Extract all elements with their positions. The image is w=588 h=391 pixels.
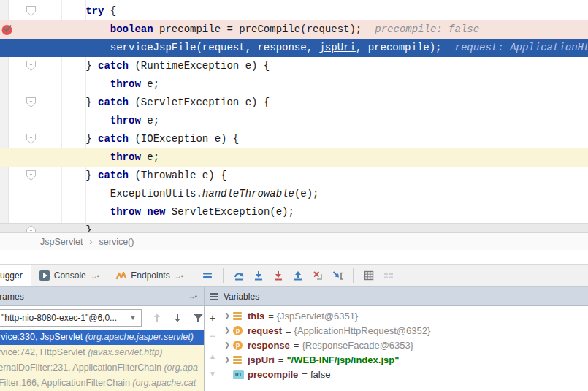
variables-panel: + − ▲ ▼ ❯this={JspServlet@6351}❯prequest…: [205, 306, 588, 391]
tab-console-label: Console: [54, 270, 86, 281]
code-line[interactable]: throw e;: [0, 75, 588, 94]
chevron-down-icon: ▼: [129, 310, 137, 326]
console-icon: [39, 270, 50, 281]
variable-row[interactable]: ❯jspUri="/WEB-INF/jsp/index.jsp": [221, 352, 588, 367]
code-line[interactable]: boolean precompile = preCompile(request)…: [0, 20, 588, 39]
expand-chevron-icon[interactable]: ❯: [221, 327, 233, 334]
move-up-button[interactable]: ▲: [205, 349, 221, 363]
frames-title: Frames: [0, 292, 24, 302]
frames-panel: "http-nio-8080-exec-1"@6,0... ▼ service:…: [0, 306, 204, 391]
force-step-into-icon[interactable]: [272, 269, 285, 282]
variable-row[interactable]: 01precompile=false: [221, 367, 588, 381]
variables-menu-icon[interactable]: [210, 292, 218, 302]
code-line[interactable]: throw new ServletException(e);: [0, 203, 588, 221]
filter-icon[interactable]: [191, 311, 204, 324]
tab-endpoints[interactable]: Endpoints →▪: [107, 265, 191, 286]
toolbar-separator: [353, 268, 354, 283]
variable-row[interactable]: ❯prequest={ApplicationHttpRequest@6352}: [221, 323, 588, 338]
drop-frame-icon[interactable]: [311, 269, 324, 282]
add-watch-button[interactable]: +: [205, 310, 221, 324]
debug-tab-bar: Debugger Console →▪ Endpoints →▪: [0, 264, 588, 287]
variable-name: this: [248, 311, 264, 322]
restore-layout-icon[interactable]: →▪: [188, 292, 196, 300]
step-over-icon[interactable]: [232, 269, 245, 282]
code-line[interactable]: ExceptionUtils.handleThrowable(e);: [0, 185, 588, 203]
value-icon: [233, 312, 242, 320]
code-line[interactable]: serviceJspFile(request, response, jspUri…: [0, 39, 588, 57]
code-line[interactable]: }: [0, 221, 588, 232]
variables-tree: ❯this={JspServlet@6351}❯prequest={Applic…: [221, 308, 588, 381]
frame-up-icon[interactable]: [150, 311, 164, 324]
remove-watch-button[interactable]: −: [205, 328, 221, 343]
breadcrumb-method[interactable]: service(): [99, 237, 134, 247]
debug-stepping-toolbar: [191, 265, 395, 286]
show-execution-point-icon[interactable]: [201, 269, 214, 282]
variable-row[interactable]: ❯this={JspServlet@6351}: [221, 308, 588, 323]
code-line[interactable]: try {: [0, 2, 588, 20]
ide-window: try {boolean precompile = preCompile(req…: [0, 0, 588, 391]
variables-panel-header: Variables: [205, 287, 588, 306]
step-out-icon[interactable]: [291, 269, 305, 282]
run-to-cursor-icon[interactable]: [331, 269, 344, 282]
variable-name: precompile: [248, 369, 298, 380]
variable-name: jspUri: [248, 354, 275, 365]
variable-value: {JspServlet@6351}: [277, 311, 359, 322]
toolbar-separator: [223, 268, 224, 283]
endpoints-icon: [115, 270, 126, 281]
parameter-icon: p: [233, 341, 243, 350]
inline-debugger-hint: precompile: false: [375, 23, 479, 35]
move-down-button[interactable]: ▼: [205, 366, 221, 381]
frames-panel-header: Frames →▪: [0, 287, 204, 306]
code-lines: try {boolean precompile = preCompile(req…: [0, 2, 588, 232]
evaluate-expression-icon[interactable]: [362, 269, 375, 282]
frame-down-icon[interactable]: [171, 311, 184, 324]
inline-debugger-hint: request: ApplicationHttpRe: [455, 42, 588, 53]
variable-value: false: [310, 369, 330, 380]
variables-side-toolbar: + − ▲ ▼: [205, 306, 221, 391]
tab-debugger-label: Debugger: [0, 270, 23, 281]
variable-value: "/WEB-INF/jsp/index.jsp": [286, 354, 399, 365]
frame-row[interactable]: doFilter:166, ApplicationFilterChain (or…: [0, 376, 204, 391]
variable-name: request: [248, 325, 282, 336]
frame-row[interactable]: service:742, HttpServlet (javax.servlet.…: [0, 345, 204, 360]
tab-restore-icon: →▪: [91, 272, 99, 280]
breadcrumb: JspServlet › service(): [0, 232, 588, 250]
code-line[interactable]: throw e;: [0, 112, 588, 130]
frame-row[interactable]: service:330, JspServlet (org.apache.jasp…: [0, 330, 204, 345]
code-line[interactable]: } catch (RuntimeException e) {: [0, 57, 588, 75]
breakpoint-icon[interactable]: [1, 23, 14, 36]
variable-value: {ApplicationHttpRequest@6352}: [294, 325, 431, 336]
variable-name: response: [248, 340, 290, 351]
code-line[interactable]: } catch (Throwable e) {: [0, 167, 588, 185]
variables-title: Variables: [224, 292, 259, 302]
frames-list: service:330, JspServlet (org.apache.jasp…: [0, 330, 204, 391]
debug-tool-window: Debugger Console →▪ Endpoints →▪: [0, 264, 588, 391]
primitive-icon: 01: [233, 370, 244, 379]
frame-row[interactable]: internalDoFilter:231, ApplicationFilterC…: [0, 360, 204, 376]
code-line[interactable]: throw e;: [0, 148, 588, 167]
code-editor[interactable]: try {boolean precompile = preCompile(req…: [0, 0, 588, 232]
value-icon: [233, 356, 242, 364]
code-line[interactable]: } catch (IOException e) {: [0, 130, 588, 148]
step-into-icon[interactable]: [252, 269, 265, 282]
tab-endpoints-label: Endpoints: [131, 270, 169, 281]
parameter-icon: p: [233, 326, 243, 335]
variable-row[interactable]: ❯presponse={ResponseFacade@6353}: [221, 338, 588, 352]
breadcrumb-class[interactable]: JspServlet: [40, 237, 83, 247]
variable-value: {ResponseFacade@6353}: [302, 340, 413, 351]
breadcrumb-separator: ›: [89, 237, 92, 247]
tab-console[interactable]: Console →▪: [31, 265, 108, 286]
tab-debugger[interactable]: Debugger: [0, 265, 31, 286]
expand-chevron-icon[interactable]: ❯: [221, 312, 233, 319]
code-line[interactable]: } catch (ServletException e) {: [0, 94, 588, 112]
tab-restore-icon: →▪: [175, 272, 183, 280]
thread-selector[interactable]: "http-nio-8080-exec-1"@6,0... ▼: [0, 309, 142, 327]
thread-selector-value: "http-nio-8080-exec-1"@6,0...: [1, 313, 117, 323]
trace-stream-icon[interactable]: [382, 269, 395, 282]
expand-chevron-icon[interactable]: ❯: [221, 341, 233, 349]
expand-chevron-icon[interactable]: ❯: [221, 356, 233, 363]
